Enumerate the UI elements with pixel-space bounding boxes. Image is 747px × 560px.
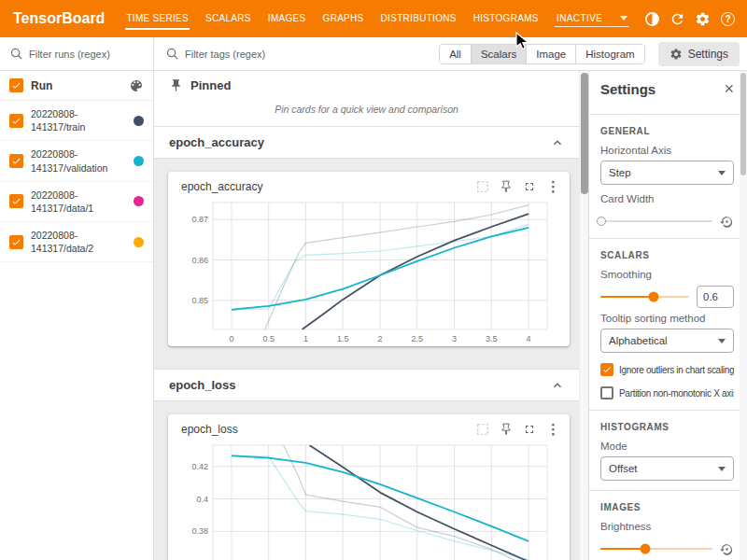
svg-text:1.5: 1.5 [337, 334, 349, 343]
run-color-dot [134, 237, 144, 247]
run-list-item[interactable]: 20220808-141317/data/2 [0, 222, 153, 262]
filter-chip-image[interactable]: Image [526, 45, 575, 63]
settings-section-images: IMAGES [600, 502, 734, 512]
chevron-down-icon [620, 16, 627, 21]
tab-histograms[interactable]: HISTOGRAMS [465, 0, 547, 37]
settings-section-general: GENERAL [600, 126, 734, 136]
chevron-up-icon [551, 379, 564, 392]
settings-gear-button[interactable] [691, 7, 714, 31]
smoothing-slider[interactable] [600, 296, 689, 298]
runs-master-checkbox[interactable] [9, 78, 23, 92]
fullscreen-icon[interactable] [523, 180, 536, 193]
fit-to-data-icon[interactable] [476, 423, 489, 436]
scrollbar-thumb[interactable] [740, 73, 746, 175]
toolbar-settings-button[interactable]: Settings [658, 42, 740, 66]
run-list-item[interactable]: 20220808-141317/train [0, 101, 153, 141]
main-column: AllScalarsImageHistogram Settings Pinned… [154, 37, 747, 560]
svg-text:0.5: 0.5 [262, 334, 275, 343]
svg-text:4: 4 [527, 334, 531, 343]
help-icon: ? [721, 12, 735, 26]
tab-graphs[interactable]: GRAPHS [315, 0, 373, 37]
partition-x-axis-checkbox[interactable] [600, 386, 613, 399]
main-scrollbar[interactable] [579, 71, 588, 560]
theme-toggle-button[interactable] [641, 7, 664, 31]
filter-tags-input[interactable] [185, 49, 433, 60]
tab-label: TIME SERIES [125, 8, 190, 30]
filter-runs-input[interactable] [29, 49, 144, 60]
palette-icon[interactable] [129, 78, 144, 93]
brightness-slider[interactable] [600, 548, 712, 550]
tab-distributions[interactable]: DISTRIBUTIONS [373, 0, 465, 37]
run-checkbox[interactable] [9, 154, 23, 168]
smoothing-input[interactable]: 0.6 [697, 286, 734, 308]
reset-icon[interactable] [720, 542, 734, 556]
refresh-button[interactable] [666, 7, 689, 31]
help-button[interactable]: ? [716, 7, 740, 31]
card-header: epoch_accuracy ⋮ [168, 172, 570, 195]
tab-time-series[interactable]: TIME SERIES [118, 0, 197, 37]
header-tabs: TIME SERIESSCALARSIMAGESGRAPHSDISTRIBUTI… [118, 0, 546, 37]
line-chart-epoch-accuracy[interactable]: 00.511.522.533.540.850.860.87 [179, 197, 557, 346]
reload-status-select[interactable]: INACTIVE [555, 10, 629, 27]
divider [589, 238, 740, 239]
filter-chip-all[interactable]: All [440, 45, 471, 63]
settings-panel: Settings × GENERAL Horizontal Axis Step … [588, 71, 747, 560]
more-options-icon[interactable]: ⋮ [546, 422, 560, 436]
svg-text:3: 3 [452, 334, 457, 343]
filter-runs-row [0, 37, 153, 71]
tab-label: HISTOGRAMS [472, 8, 540, 30]
run-checkbox[interactable] [9, 194, 23, 208]
svg-text:0: 0 [229, 334, 233, 343]
histogram-mode-select[interactable]: Offset [600, 456, 734, 481]
tooltip-sorting-select[interactable]: Alphabetical [600, 329, 734, 353]
runs-header-label: Run [31, 79, 121, 92]
fit-to-data-icon[interactable] [476, 180, 489, 193]
card-width-slider[interactable] [600, 220, 712, 222]
filter-chip-histogram[interactable]: Histogram [575, 45, 643, 63]
section-header-epoch-accuracy[interactable]: epoch_accuracy [154, 127, 579, 159]
pinned-header: Pinned [154, 71, 579, 98]
svg-text:0.86: 0.86 [191, 256, 208, 265]
svg-text:0.87: 0.87 [191, 215, 208, 224]
settings-scrollbar[interactable] [740, 71, 747, 560]
scrollbar-thumb[interactable] [581, 73, 588, 194]
tab-label: DISTRIBUTIONS [380, 8, 458, 30]
fullscreen-icon[interactable] [523, 423, 536, 436]
ignore-outliers-checkbox[interactable] [600, 363, 613, 376]
divider [589, 114, 740, 115]
histogram-mode-label: Mode [600, 441, 734, 452]
scalar-card-epoch-accuracy: epoch_accuracy ⋮ 00.511.522.533.540.850.… [168, 172, 570, 346]
settings-section-histograms: HISTOGRAMS [600, 422, 734, 432]
settings-title: Settings [600, 81, 655, 97]
run-list: 20220808-141317/train 20220808-141317/va… [0, 101, 153, 262]
section-body-epoch-accuracy: epoch_accuracy ⋮ 00.511.522.533.540.850.… [154, 159, 579, 370]
horizontal-axis-select[interactable]: Step [600, 161, 734, 185]
histogram-mode-value: Offset [609, 463, 637, 474]
close-icon[interactable]: × [724, 80, 734, 97]
run-checkbox[interactable] [9, 114, 23, 128]
card-actions: ⋮ [476, 179, 560, 193]
run-list-item[interactable]: 20220808-141317/data/1 [0, 182, 153, 222]
horizontal-axis-label: Horizontal Axis [600, 145, 734, 156]
divider [589, 490, 740, 491]
settings-section-scalars: SCALARS [600, 250, 734, 260]
settings-content: Settings × GENERAL Horizontal Axis Step … [589, 71, 740, 560]
more-options-icon[interactable]: ⋮ [546, 179, 560, 193]
filter-chip-scalars[interactable]: Scalars [471, 45, 526, 63]
tab-label: IMAGES [267, 8, 307, 30]
run-list-item[interactable]: 20220808-141317/validation [0, 141, 153, 181]
line-chart-epoch-loss[interactable]: 00.511.522.533.540.360.380.40.42 [179, 440, 557, 560]
pinned-hint: Pin cards for a quick view and compariso… [154, 98, 579, 127]
app-header: TensorBoard TIME SERIESSCALARSIMAGESGRAP… [0, 0, 747, 37]
section-header-epoch-loss[interactable]: epoch_loss [154, 370, 579, 401]
svg-text:3.5: 3.5 [486, 334, 498, 343]
tab-images[interactable]: IMAGES [260, 0, 315, 37]
run-checkbox[interactable] [9, 235, 23, 249]
reset-icon[interactable] [720, 215, 734, 229]
pin-card-icon[interactable] [500, 423, 513, 436]
header-actions: INACTIVE ? [555, 7, 747, 31]
chevron-up-icon [551, 136, 564, 149]
tab-scalars[interactable]: SCALARS [197, 0, 260, 37]
svg-text:0.42: 0.42 [191, 462, 208, 471]
pin-card-icon[interactable] [500, 180, 513, 193]
